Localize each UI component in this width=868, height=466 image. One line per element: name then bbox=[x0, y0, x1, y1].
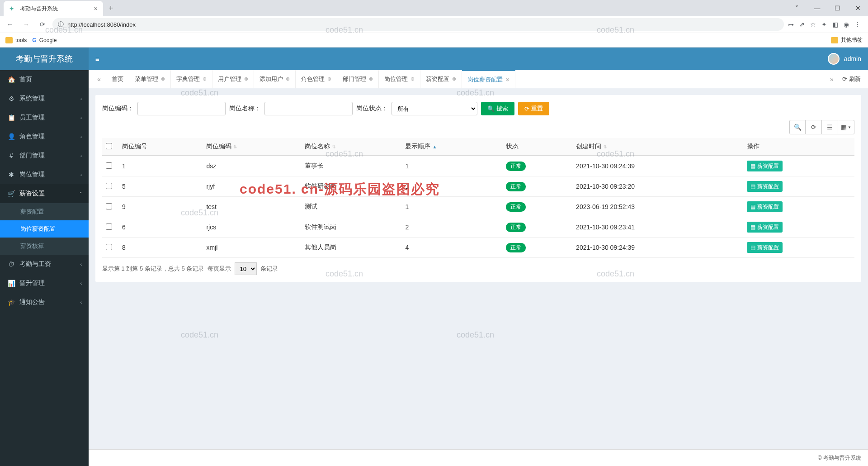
page-tab[interactable]: 字典管理⊗ bbox=[171, 70, 212, 88]
row-checkbox[interactable] bbox=[106, 244, 112, 250]
cell-code: dsz bbox=[203, 156, 301, 176]
sidebar-item-7[interactable]: ⏱考勤与工资‹ bbox=[0, 255, 89, 274]
menu-icon[interactable]: ⋮ bbox=[854, 21, 861, 28]
tab-close-icon[interactable]: ⊗ bbox=[369, 76, 373, 82]
minimize-icon[interactable]: ― bbox=[807, 0, 827, 16]
status-badge: 正常 bbox=[506, 243, 526, 252]
name-input[interactable] bbox=[264, 102, 353, 115]
sidebar-item-5[interactable]: ✱岗位管理‹ bbox=[0, 165, 89, 184]
toolbar-toggle-icon[interactable]: ☰ bbox=[822, 120, 838, 134]
bookmark-other[interactable]: 其他书签 bbox=[831, 36, 863, 44]
sidebar-item-3[interactable]: 👤角色管理‹ bbox=[0, 127, 89, 146]
reload-button[interactable]: ⟳ bbox=[36, 18, 49, 31]
row-checkbox[interactable] bbox=[106, 162, 112, 169]
submenu-item-2[interactable]: 薪资核算 bbox=[0, 238, 89, 255]
page-tab[interactable]: 添加用户⊗ bbox=[254, 70, 296, 88]
browser-tab[interactable]: ✦ 考勤与晋升系统 × bbox=[4, 1, 103, 16]
salary-config-button[interactable]: ▤薪资配置 bbox=[747, 161, 783, 171]
tab-close-icon[interactable]: ⊗ bbox=[452, 76, 456, 82]
menu-label: 部门管理 bbox=[19, 152, 45, 160]
avatar[interactable] bbox=[828, 53, 840, 65]
sidebar: 考勤与晋升系统 🏠首页⚙系统管理‹📋员工管理‹👤角色管理‹#部门管理‹✱岗位管理… bbox=[0, 48, 89, 466]
browser-tab-title: 考勤与晋升系统 bbox=[20, 5, 90, 13]
salary-config-button[interactable]: ▤薪资配置 bbox=[747, 222, 783, 233]
sidebar-item-8[interactable]: 📊晋升管理‹ bbox=[0, 274, 89, 293]
menu-label: 薪资设置 bbox=[19, 190, 45, 198]
sidebar-item-0[interactable]: 🏠首页 bbox=[0, 70, 89, 89]
username[interactable]: admin bbox=[844, 55, 861, 62]
forward-button[interactable]: → bbox=[20, 18, 33, 31]
sidebar-item-4[interactable]: #部门管理‹ bbox=[0, 146, 89, 165]
select-all-checkbox[interactable] bbox=[106, 143, 112, 149]
page-tab[interactable]: 岗位管理⊗ bbox=[379, 70, 420, 88]
bookmark-tools[interactable]: tools bbox=[5, 37, 27, 43]
cell-code: test bbox=[203, 197, 301, 217]
code-input[interactable] bbox=[137, 102, 226, 115]
page-tab[interactable]: 部门管理⊗ bbox=[337, 70, 379, 88]
page-tab[interactable]: 角色管理⊗ bbox=[296, 70, 337, 88]
hamburger-icon[interactable]: ≡ bbox=[95, 55, 99, 63]
browser-chrome: ✦ 考勤与晋升系统 × + ˅ ― ☐ ✕ ← → ⟳ ⓘ http://loc… bbox=[0, 0, 868, 48]
table-row: 8 xmjl 其他人员岗 4 正常 2021-10-30 09:24:39 ▤薪… bbox=[102, 238, 854, 258]
page-tab[interactable]: 菜单管理⊗ bbox=[129, 70, 171, 88]
salary-config-button[interactable]: ▤薪资配置 bbox=[747, 201, 783, 212]
tab-close-icon[interactable]: ⊗ bbox=[327, 76, 331, 82]
sidepanel-icon[interactable]: ◧ bbox=[832, 21, 838, 28]
close-window-icon[interactable]: ✕ bbox=[848, 0, 868, 16]
page-size-select[interactable]: 10 bbox=[235, 262, 257, 275]
page-tab-active[interactable]: 岗位薪资配置⊗ bbox=[462, 70, 515, 88]
tab-close-icon[interactable]: ⊗ bbox=[286, 76, 290, 82]
search-icon: 🔍 bbox=[487, 105, 495, 112]
sidebar-item-9[interactable]: 🎓通知公告‹ bbox=[0, 293, 89, 312]
th-name[interactable]: 岗位名称⇅ bbox=[301, 138, 402, 156]
maximize-icon[interactable]: ☐ bbox=[827, 0, 848, 16]
reset-button[interactable]: ⟳重置 bbox=[518, 102, 549, 115]
page-tab[interactable]: 薪资配置⊗ bbox=[420, 70, 462, 88]
tab-close-icon[interactable]: × bbox=[94, 5, 98, 12]
tab-close-icon[interactable]: ⊗ bbox=[161, 76, 165, 82]
window-dropdown-icon[interactable]: ˅ bbox=[787, 0, 807, 16]
key-icon[interactable]: ⊶ bbox=[788, 21, 794, 28]
refresh-button[interactable]: ⟳刷新 bbox=[839, 75, 864, 83]
tab-close-icon[interactable]: ⊗ bbox=[505, 76, 509, 82]
page-tab[interactable]: 首页 bbox=[106, 70, 129, 88]
sidebar-item-2[interactable]: 📋员工管理‹ bbox=[0, 108, 89, 127]
tab-close-icon[interactable]: ⊗ bbox=[410, 76, 415, 82]
content-area: 岗位编码： 岗位名称： 岗位状态： 所有 🔍搜索 ⟳重置 🔍 ⟳ ☰ ▦▼ bbox=[89, 88, 868, 449]
bookmark-google[interactable]: GGoogle bbox=[32, 37, 57, 43]
tabs-scroll-right-icon[interactable]: » bbox=[825, 76, 839, 83]
status-badge: 正常 bbox=[506, 182, 526, 191]
tabs-scroll-left-icon[interactable]: « bbox=[92, 76, 106, 83]
share-icon[interactable]: ⇗ bbox=[799, 21, 805, 28]
profile-icon[interactable]: ◉ bbox=[844, 21, 849, 28]
chevron-icon: ‹ bbox=[80, 96, 82, 101]
toolbar-refresh-icon[interactable]: ⟳ bbox=[806, 120, 822, 134]
salary-config-button[interactable]: ▤薪资配置 bbox=[747, 181, 783, 192]
back-button[interactable]: ← bbox=[4, 18, 16, 31]
code-label: 岗位编码： bbox=[102, 105, 134, 113]
salary-config-button[interactable]: ▤薪资配置 bbox=[747, 242, 783, 253]
th-order[interactable]: 显示顺序▲ bbox=[401, 138, 502, 156]
extensions-icon[interactable]: ✦ bbox=[821, 21, 827, 28]
topbar: ≡ admin bbox=[89, 48, 868, 70]
tab-close-icon[interactable]: ⊗ bbox=[244, 76, 248, 82]
new-tab-button[interactable]: + bbox=[103, 4, 119, 13]
toolbar-search-icon[interactable]: 🔍 bbox=[789, 120, 806, 134]
sidebar-item-6[interactable]: 🛒薪资设置˅ bbox=[0, 184, 89, 203]
submenu-item-0[interactable]: 薪资配置 bbox=[0, 203, 89, 220]
sidebar-item-1[interactable]: ⚙系统管理‹ bbox=[0, 89, 89, 108]
url-input[interactable]: ⓘ http://localhost:8080/index bbox=[52, 18, 784, 31]
row-checkbox[interactable] bbox=[106, 183, 112, 189]
toolbar-columns-icon[interactable]: ▦▼ bbox=[838, 120, 854, 134]
row-checkbox[interactable] bbox=[106, 223, 112, 230]
row-checkbox[interactable] bbox=[106, 203, 112, 209]
submenu-item-1[interactable]: 岗位薪资配置 bbox=[0, 220, 89, 238]
th-ops: 操作 bbox=[743, 138, 854, 156]
status-select[interactable]: 所有 bbox=[392, 102, 477, 115]
page-tab[interactable]: 用户管理⊗ bbox=[212, 70, 254, 88]
search-button[interactable]: 🔍搜索 bbox=[481, 102, 514, 115]
tab-close-icon[interactable]: ⊗ bbox=[203, 76, 207, 82]
th-created[interactable]: 创建时间⇅ bbox=[572, 138, 743, 156]
th-code[interactable]: 岗位编码⇅ bbox=[203, 138, 301, 156]
star-icon[interactable]: ☆ bbox=[810, 21, 816, 28]
